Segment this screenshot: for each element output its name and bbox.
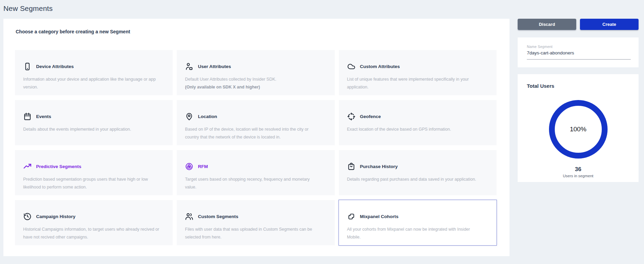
card-header: User Attributes [185, 62, 321, 71]
users-count: 36 [527, 166, 629, 173]
category-card-mixpanel-cohorts[interactable]: Mixpanel Cohorts All your cohorts from M… [339, 200, 497, 245]
card-header: Custom Attributes [347, 62, 484, 71]
card-header: Custom Segments [185, 212, 321, 221]
card-description: Exact location of the device based on GP… [347, 126, 484, 133]
card-header: Purchase History [347, 162, 484, 171]
card-description-bold: (Only available on SDK X and higher) [185, 83, 321, 91]
name-segment-card: Name Segment [518, 37, 639, 67]
card-header: Location [185, 112, 321, 121]
card-title: Campaign History [36, 214, 76, 219]
card-description: All your cohorts from Mixpanel can now b… [347, 226, 484, 241]
card-header: Mixpanel Cohorts [347, 212, 484, 221]
category-card-custom-segments[interactable]: Custom Segments Files with user data tha… [177, 200, 334, 245]
card-title: Custom Segments [198, 214, 238, 219]
category-card-device-attributes[interactable]: Device Attributes Information about your… [15, 50, 173, 95]
category-card-custom-attributes[interactable]: Custom Attributes List of unique feature… [339, 50, 497, 95]
total-users-donut: 100% [549, 100, 608, 159]
donut-percent-label: 100% [570, 126, 586, 133]
action-buttons: Discard Create [518, 19, 639, 30]
category-card-user-attributes[interactable]: User Attributes Default User Attributes … [177, 50, 334, 95]
card-title: User Attributes [198, 64, 231, 69]
card-header: Events [23, 112, 160, 121]
card-header: Predictive Segments [23, 162, 160, 171]
category-card-purchase-history[interactable]: Purchase History Details regarding past … [339, 150, 497, 195]
category-card-campaign-history[interactable]: Campaign History Historical Campaigns in… [15, 200, 173, 245]
card-title: Geofence [360, 114, 381, 119]
card-title: Custom Attributes [360, 64, 400, 69]
donut-chart-wrap: 100% [527, 100, 629, 159]
card-title: Mixpanel Cohorts [360, 214, 398, 219]
category-card-location[interactable]: Location Based on IP of the device, loca… [177, 100, 334, 145]
shopping-bag-icon [347, 162, 356, 171]
linked-squares-icon [347, 212, 356, 221]
segment-sidebar: Discard Create Name Segment Total Users … [518, 19, 639, 182]
category-card-rfm[interactable]: RFM Target users based on shopping recen… [177, 150, 334, 195]
category-card-geofence[interactable]: Geofence Exact location of the device ba… [339, 100, 497, 145]
card-header: Geofence [347, 112, 484, 121]
user-badge-icon [185, 62, 193, 71]
category-grid: Device Attributes Information about your… [15, 50, 497, 245]
users-count-caption: Users in segment [527, 174, 629, 178]
category-card-events[interactable]: Events Details about the events implemen… [15, 100, 173, 145]
page-title: New Segments [3, 4, 53, 13]
card-header: RFM [185, 162, 321, 171]
card-description: Details regarding past purchases and dat… [347, 176, 484, 183]
panel-heading: Choose a category before creating a new … [16, 29, 497, 34]
category-panel: Choose a category before creating a new … [3, 19, 509, 256]
calendar-icon [23, 112, 32, 121]
cloud-icon [347, 62, 356, 71]
geofence-icon [347, 112, 356, 121]
card-title: Predictive Segments [36, 164, 81, 169]
card-description: Details about the events implemented in … [23, 126, 160, 133]
card-title: RFM [198, 164, 208, 169]
card-description: Default User Attributes collected by Ins… [185, 76, 321, 83]
card-description: Prediction based segmentation groups use… [23, 176, 160, 191]
card-title: Purchase History [360, 164, 398, 169]
map-pin-icon [185, 112, 193, 121]
card-description: Information about your device and applic… [23, 76, 160, 91]
card-title: Location [198, 114, 217, 119]
create-button[interactable]: Create [580, 19, 639, 30]
card-title: Device Attributes [36, 64, 74, 69]
users-icon [185, 212, 193, 221]
total-users-title: Total Users [527, 83, 629, 89]
name-segment-label: Name Segment [527, 45, 631, 49]
card-description: Target users based on shopping recency, … [185, 176, 321, 191]
card-header: Device Attributes [23, 62, 160, 71]
card-description: List of unique features that were implem… [347, 76, 484, 91]
name-segment-input[interactable] [527, 50, 631, 60]
discard-button[interactable]: Discard [518, 19, 576, 30]
trending-up-icon [23, 162, 32, 171]
history-clock-icon [23, 212, 32, 221]
venn-icon [185, 162, 193, 171]
card-description: Historical Campaigns information, to tar… [23, 226, 160, 241]
card-header: Campaign History [23, 212, 160, 221]
category-card-predictive-segments[interactable]: Predictive Segments Prediction based seg… [15, 150, 173, 195]
device-icon [23, 62, 32, 71]
card-description: Files with user data that was uploaded i… [185, 226, 321, 241]
card-title: Events [36, 114, 51, 119]
total-users-card: Total Users 100% 36 Users in segment [518, 74, 639, 182]
card-description: Based on IP of the device, location will… [185, 126, 321, 141]
